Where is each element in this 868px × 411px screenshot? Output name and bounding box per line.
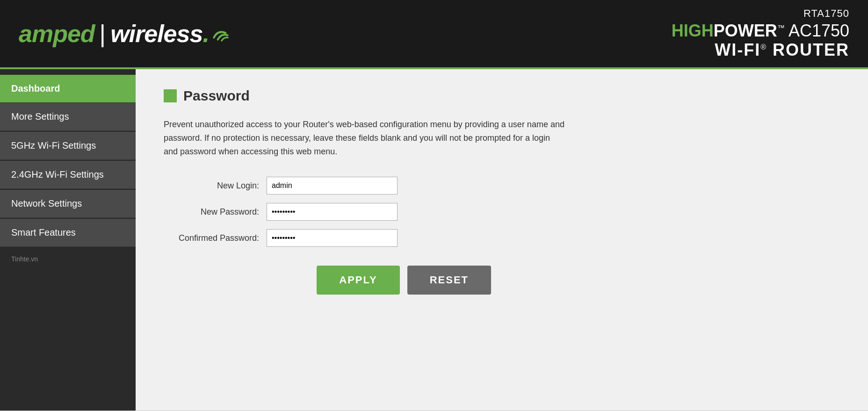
logo-wireless-text: wireless. — [110, 20, 209, 48]
description: Prevent unauthorized access to your Rout… — [164, 118, 566, 158]
product-wifi: WI-FI — [715, 40, 760, 59]
product-name-line1: HIGHPOWER™ AC1750 — [672, 22, 849, 40]
sidebar-item-dashboard[interactable]: Dashboard — [0, 75, 136, 103]
sidebar-footer: Tinhte.vn — [0, 248, 136, 270]
logo-area: amped | wireless. — [19, 20, 233, 48]
logo-amped-text: amped — [19, 20, 95, 48]
reset-button[interactable]: RESET — [407, 266, 491, 295]
title-icon — [164, 89, 177, 102]
product-high: HIGH — [672, 21, 714, 40]
button-row: APPLY RESET — [164, 266, 491, 295]
product-router: ROUTER — [773, 40, 849, 59]
product-sub: WI-FI® ROUTER — [672, 40, 849, 60]
new-login-label: New Login: — [164, 181, 267, 191]
password-form: New Login: New Password: Confirmed Passw… — [164, 177, 840, 247]
new-login-input[interactable] — [267, 177, 398, 195]
product-power: POWER — [714, 21, 777, 40]
confirmed-password-label: Confirmed Password: — [164, 233, 267, 243]
logo-dot: . — [203, 20, 209, 47]
new-password-row: New Password: — [164, 203, 840, 221]
sidebar-item-network[interactable]: Network Settings — [0, 190, 136, 218]
sidebar-item-more-settings[interactable]: More Settings — [0, 103, 136, 131]
main-content: Password Prevent unauthorized access to … — [136, 69, 868, 411]
wifi-reg-icon: ® — [760, 43, 767, 51]
sidebar-item-5ghz[interactable]: 5GHz Wi-Fi Settings — [0, 132, 136, 160]
signal-icon — [210, 25, 233, 42]
confirmed-password-row: Confirmed Password: — [164, 229, 840, 247]
logo-divider: | — [100, 20, 106, 48]
page-title: Password — [183, 88, 250, 104]
new-login-row: New Login: — [164, 177, 840, 195]
layout: Dashboard More Settings 5GHz Wi-Fi Setti… — [0, 69, 868, 411]
header: amped | wireless. RTA1750 HIGHPOWER™ AC1… — [0, 0, 868, 69]
product-model: RTA1750 — [672, 7, 849, 20]
product-ac: AC1750 — [788, 21, 849, 40]
product-tm: ™ — [777, 24, 785, 32]
sidebar-item-24ghz[interactable]: 2.4GHz Wi-Fi Settings — [0, 161, 136, 189]
product-info: RTA1750 HIGHPOWER™ AC1750 WI-FI® ROUTER — [672, 7, 849, 60]
page-title-row: Password — [164, 88, 840, 104]
new-password-input[interactable] — [267, 203, 398, 221]
new-password-label: New Password: — [164, 207, 267, 217]
apply-button[interactable]: APPLY — [317, 266, 399, 295]
sidebar: Dashboard More Settings 5GHz Wi-Fi Setti… — [0, 69, 136, 411]
confirmed-password-input[interactable] — [267, 229, 398, 247]
sidebar-item-smart[interactable]: Smart Features — [0, 219, 136, 247]
